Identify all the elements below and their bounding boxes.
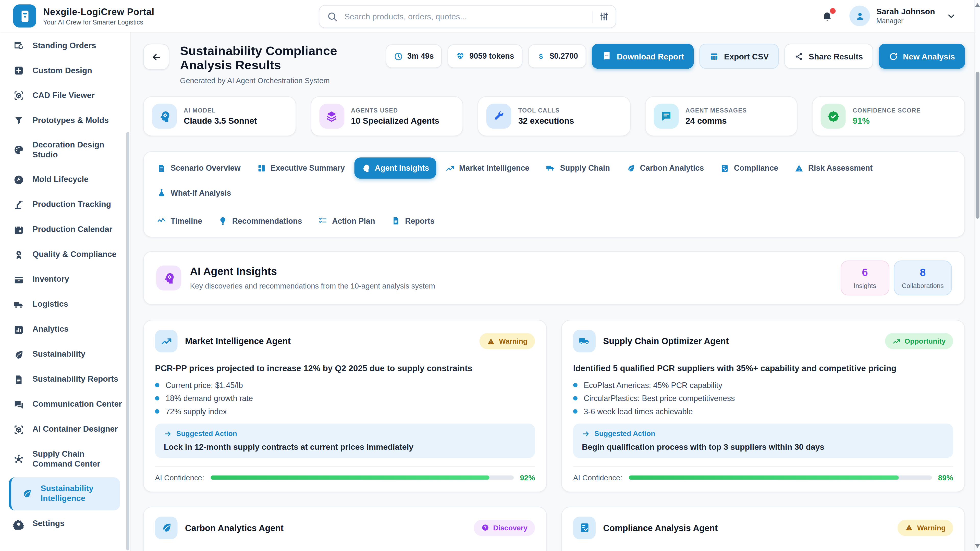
sidebar-item-sustainability-reports[interactable]: Sustainability Reports [0,367,130,392]
sidebar-item-production-calendar[interactable]: Production Calendar [0,217,130,242]
share-results-button[interactable]: Share Results [784,44,873,68]
sidebar-item-custom-design[interactable]: Custom Design [0,58,130,83]
back-button[interactable] [143,44,169,70]
bullet-item: EcoPlast Americas: 45% PCR capability [573,381,953,390]
sidebar-item-cad-file-viewer[interactable]: CAD File Viewer [0,83,130,108]
sidebar-item-supply-chain-command-center[interactable]: Supply Chain Command Center [0,442,130,476]
app-viewport: $ PDF ? Nexgile-LogiCrew Portal Your AI … [0,0,980,551]
sidebar-item-standing-orders[interactable]: Standing Orders [0,33,130,58]
export-csv-label: Export CSV [724,52,769,61]
sidebar-item-sustainability-intelligence[interactable]: Sustainability Intelligence [9,477,120,510]
suggested-action-box: Suggested Action Lock in 12-month supply… [155,424,535,458]
agent-heading: PCR-PP prices projected to increase 12% … [155,363,535,375]
ai-agent-insights-banner: AI Agent Insights Key discoveries and re… [143,251,965,305]
tab-what-if-analysis[interactable]: What-If Analysis [150,183,238,203]
sidebar-item-sustainability[interactable]: Sustainability [0,342,130,367]
insights-subtitle: Key discoveries and recommendations from… [190,282,435,290]
tab-action-plan[interactable]: Action Plan [311,210,382,231]
chevron-down-icon[interactable] [946,11,956,21]
sidebar-item-communication-center[interactable]: Communication Center [0,392,130,417]
page-scrollbar[interactable] [974,0,980,551]
search-icon [327,11,338,22]
stats-row: AI MODELClaude 3.5 Sonnet AGENTS USED10 … [143,96,965,136]
scroll-down-arrow[interactable] [975,544,980,548]
tab-recommendations[interactable]: Recommendations [212,210,309,231]
tab-compliance[interactable]: Compliance [713,157,785,179]
sidebar-item-ai-container-designer[interactable]: AI Container Designer [0,417,130,442]
export-csv-button[interactable]: Export CSV [700,44,779,68]
avatar[interactable] [850,6,870,26]
tab-scenario-overview[interactable]: Scenario Overview [150,157,248,179]
new-analysis-button[interactable]: New Analysis [878,44,965,68]
scrollbar-thumb[interactable] [976,72,980,219]
decoration-design-studio-icon [13,144,24,156]
bullet-dot [155,396,159,401]
duration-chip: 3m 49s [385,44,442,68]
clipboard-check-icon [573,516,596,539]
arrow-right-icon [582,430,590,438]
sidebar-item-label: AI Container Designer [32,424,118,435]
sidebar-item-quality-compliance[interactable]: Quality & Compliance [0,242,130,267]
flask-icon [157,188,166,197]
sidebar-item-logistics[interactable]: Logistics [0,292,130,317]
agent-name: Compliance Analysis Agent [603,523,718,533]
confidence-label: AI Confidence: [155,473,204,482]
bullet-item: Current price: $1.45/lb [155,381,535,390]
sidebar-item-label: Quality & Compliance [32,249,116,260]
file-icon [157,163,166,173]
tab-timeline[interactable]: Timeline [150,210,209,231]
warning-icon [487,337,495,345]
agent-heading: Identified 5 qualified PCR suppliers wit… [573,363,953,375]
tab-executive-summary[interactable]: Executive Summary [250,157,352,179]
search-input[interactable] [343,11,587,22]
bullet-dot [155,410,159,414]
stat-value: 32 executions [518,116,574,126]
tab-risk-assessment[interactable]: Risk Assessment [788,157,880,179]
sidebar-item-label: Production Calendar [32,224,112,235]
agent-bullets: EcoPlast Americas: 45% PCR capability Ci… [573,381,953,416]
agent-card-supply-chain-optimizer: Supply Chain Optimizer Agent Opportunity… [561,320,965,492]
tab-agent-insights[interactable]: Agent Insights [354,157,436,179]
sidebar-item-mold-lifecycle[interactable]: Mold Lifecycle [0,167,130,192]
sidebar-scrollbar-thumb[interactable] [126,132,129,551]
arrow-left-icon [151,52,162,62]
sidebar-item-settings[interactable]: Settings [0,511,130,536]
agent-card-market-intelligence: Market Intelligence Agent Warning PCR-PP… [143,320,547,492]
pdf-report-icon [602,51,612,61]
sidebar-item-decoration-design-studio[interactable]: Decoration Design Studio [0,133,130,167]
leaf-icon [155,516,177,539]
global-search[interactable] [319,5,616,28]
sidebar-item-label: Prototypes & Molds [32,116,109,126]
trend-icon [155,330,177,352]
insights-count-badge: 6Insights [841,260,889,295]
sidebar-item-label: Supply Chain Command Center [32,449,107,469]
stat-label: AGENT MESSAGES [686,107,747,114]
tokens-value: 9059 tokens [469,52,514,60]
bulb-icon [218,216,228,225]
clock-icon [393,52,403,61]
scroll-up-arrow[interactable] [975,3,980,7]
sidebar-item-analytics[interactable]: Analytics [0,317,130,342]
sidebar-item-prototypes-molds[interactable]: Prototypes & Molds [0,108,130,133]
download-report-button[interactable]: Download Report [592,44,694,68]
trend-icon [445,163,455,173]
tab-market-intelligence[interactable]: Market Intelligence [438,157,536,179]
refresh-icon [889,52,898,61]
sidebar-item-production-tracking[interactable]: Production Tracking [0,192,130,217]
filter-sliders-icon[interactable] [599,11,609,22]
main-content: Sustainability Compliance Analysis Resul… [130,32,980,551]
tab-supply-chain[interactable]: Supply Chain [539,157,617,179]
sustainability-icon [13,349,24,360]
notifications-button[interactable] [821,10,833,22]
sidebar-item-inventory[interactable]: Inventory [0,267,130,292]
settings-icon [13,518,24,529]
tab-reports[interactable]: Reports [384,210,441,231]
stat-label: AGENTS USED [351,107,439,114]
tab-carbon-analytics[interactable]: Carbon Analytics [619,157,711,179]
badge-check-icon [821,104,846,129]
analytics-icon [13,324,24,335]
sidebar: Standing Orders Custom Design CAD File V… [0,32,130,551]
screen: $ PDF ? Nexgile-LogiCrew Portal Your AI … [0,0,980,551]
quality-compliance-icon [13,249,24,260]
tab-bar: Scenario Overview Executive Summary Agen… [143,151,965,238]
